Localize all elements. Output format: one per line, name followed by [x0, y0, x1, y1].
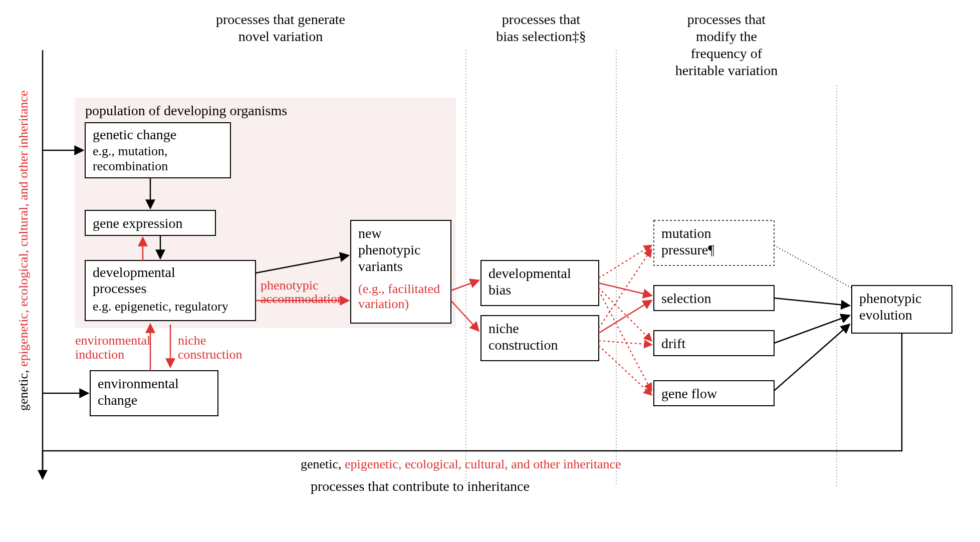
box-niche-construction: niche construction	[481, 316, 599, 361]
svg-line-42	[599, 346, 651, 395]
bottom-inheritance: genetic, epigenetic, ecological, cultura…	[301, 457, 621, 471]
dotted-arrows	[599, 245, 651, 395]
box-env-change: environmental change	[90, 371, 218, 416]
box-mutation-pressure: mutation pressure¶	[654, 220, 774, 265]
svg-text:processes: processes	[93, 281, 146, 296]
svg-text:developmental: developmental	[488, 265, 571, 281]
svg-text:evolution: evolution	[859, 307, 912, 323]
svg-text:phenotypic: phenotypic	[358, 242, 420, 257]
arrows-to-pheno	[774, 298, 849, 391]
svg-text:developmental: developmental	[93, 264, 175, 280]
svg-text:new: new	[358, 225, 382, 241]
label-env-induction: environmentalinduction	[75, 333, 150, 362]
svg-text:gene expression: gene expression	[93, 215, 183, 231]
svg-text:(e.g., facilitated: (e.g., facilitated	[358, 282, 440, 296]
left-inheritance: genetic, epigenetic, ecological, cultura…	[16, 90, 31, 411]
svg-text:bias: bias	[488, 282, 511, 298]
svg-text:construction: construction	[488, 337, 558, 353]
svg-line-45	[774, 325, 849, 391]
population-title: population of developing organisms	[85, 103, 287, 118]
svg-line-38	[599, 288, 651, 341]
svg-text:e.g. epigenetic, regulatory: e.g. epigenetic, regulatory	[93, 299, 228, 314]
svg-text:selection: selection	[661, 291, 711, 306]
header-col2: processes thatbias selection‡§	[496, 12, 586, 44]
label-niche-construction: nicheconstruction	[178, 333, 242, 362]
svg-text:mutation: mutation	[661, 225, 711, 241]
svg-text:pressure¶: pressure¶	[661, 242, 714, 257]
box-new-variants: new phenotypic variants (e.g., facilitat…	[351, 220, 451, 323]
svg-text:e.g., mutation,: e.g., mutation,	[93, 144, 167, 158]
svg-text:variation): variation)	[358, 297, 409, 311]
svg-text:environmental: environmental	[98, 376, 179, 391]
box-drift: drift	[654, 331, 774, 356]
header-col1: processes that generatenovel variation	[216, 12, 345, 44]
svg-text:gene flow: gene flow	[661, 386, 717, 401]
svg-text:variants: variants	[358, 258, 403, 274]
svg-text:change: change	[98, 392, 137, 408]
svg-text:niche: niche	[488, 321, 519, 336]
svg-text:genetic change: genetic change	[93, 127, 176, 142]
svg-line-44	[774, 316, 849, 343]
bottom-caption: processes that contribute to inheritance	[311, 478, 530, 494]
arrow-mutpress-to-pheno	[774, 245, 852, 288]
box-genetic-change: genetic change e.g., mutation, recombina…	[85, 123, 230, 178]
box-gene-flow: gene flow	[654, 381, 774, 406]
svg-text:phenotypic: phenotypic	[859, 291, 921, 306]
box-phenotypic-evolution: phenotypic evolution	[852, 286, 952, 333]
box-dev-bias: developmental bias	[481, 260, 599, 306]
svg-text:recombination: recombination	[93, 159, 168, 173]
box-selection: selection	[654, 286, 774, 311]
svg-line-41	[599, 341, 651, 345]
box-dev-processes: developmental processes e.g. epigenetic,…	[85, 260, 256, 321]
svg-line-43	[774, 298, 849, 306]
header-col3: processes thatmodify thefrequency ofheri…	[675, 12, 778, 78]
svg-line-37	[599, 245, 651, 278]
svg-text:drift: drift	[661, 336, 685, 351]
box-gene-expression: gene expression	[85, 210, 215, 235]
